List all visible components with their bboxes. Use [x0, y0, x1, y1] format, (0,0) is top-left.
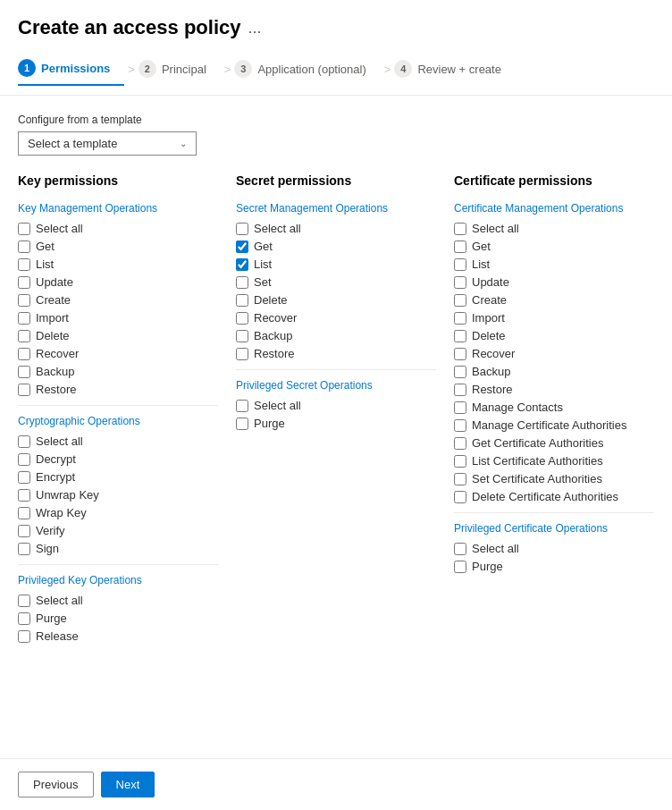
checkbox-item[interactable]: Wrap Key [18, 506, 218, 519]
checkbox-input[interactable] [18, 489, 30, 502]
checkbox-input[interactable] [454, 437, 466, 450]
checkbox-item[interactable]: Get [18, 240, 218, 253]
checkbox-item[interactable]: Select all [18, 594, 218, 607]
checkbox-item[interactable]: Purge [18, 612, 218, 625]
wizard-tab-principal[interactable]: 2Principal [139, 53, 221, 85]
checkbox-item[interactable]: Update [18, 275, 218, 289]
checkbox-item[interactable]: Import [454, 311, 654, 325]
checkbox-input[interactable] [236, 418, 248, 430]
checkbox-item[interactable]: Release [18, 629, 218, 643]
checkbox-input[interactable] [454, 401, 466, 414]
checkbox-input[interactable] [454, 348, 466, 360]
checkbox-input[interactable] [236, 240, 248, 253]
checkbox-item[interactable]: Delete [18, 329, 218, 342]
checkbox-input[interactable] [18, 612, 30, 625]
checkbox-item[interactable]: Backup [18, 365, 218, 378]
checkbox-item[interactable]: Recover [18, 347, 218, 360]
checkbox-input[interactable] [454, 276, 466, 289]
checkbox-input[interactable] [454, 330, 466, 342]
checkbox-input[interactable] [236, 312, 248, 325]
checkbox-item[interactable]: Delete Certificate Authorities [454, 490, 654, 503]
checkbox-input[interactable] [18, 312, 30, 325]
checkbox-item[interactable]: Delete [454, 329, 654, 342]
checkbox-input[interactable] [454, 312, 466, 325]
checkbox-item[interactable]: Restore [18, 383, 218, 396]
checkbox-item[interactable]: Manage Certificate Authorities [454, 418, 654, 432]
next-button[interactable]: Next [101, 772, 155, 797]
checkbox-item[interactable]: Verify [18, 524, 218, 537]
checkbox-input[interactable] [18, 240, 30, 253]
checkbox-item[interactable]: Decrypt [18, 452, 218, 466]
checkbox-item[interactable]: Import [18, 311, 218, 325]
checkbox-item[interactable]: Backup [236, 329, 436, 342]
checkbox-input[interactable] [236, 223, 248, 235]
checkbox-item[interactable]: Get Certificate Authorities [454, 436, 654, 450]
template-dropdown[interactable]: Select a template ⌄ [18, 131, 197, 156]
checkbox-input[interactable] [454, 240, 466, 253]
checkbox-input[interactable] [18, 543, 30, 555]
checkbox-item[interactable]: Purge [236, 417, 436, 430]
checkbox-item[interactable]: Backup [454, 365, 654, 378]
checkbox-item[interactable]: Recover [454, 347, 654, 360]
checkbox-item[interactable]: Select all [454, 542, 654, 555]
checkbox-input[interactable] [454, 258, 466, 271]
checkbox-item[interactable]: Restore [236, 347, 436, 360]
checkbox-input[interactable] [454, 223, 466, 235]
checkbox-input[interactable] [18, 471, 30, 484]
checkbox-input[interactable] [18, 507, 30, 519]
checkbox-input[interactable] [454, 366, 466, 378]
checkbox-input[interactable] [236, 400, 248, 412]
checkbox-input[interactable] [454, 491, 466, 503]
checkbox-item[interactable]: Delete [236, 293, 436, 307]
checkbox-input[interactable] [18, 435, 30, 448]
checkbox-input[interactable] [18, 276, 30, 289]
checkbox-input[interactable] [18, 366, 30, 378]
checkbox-input[interactable] [18, 525, 30, 537]
checkbox-item[interactable]: Sign [18, 542, 218, 555]
checkbox-input[interactable] [18, 223, 30, 235]
checkbox-input[interactable] [18, 348, 30, 360]
checkbox-item[interactable]: Create [454, 293, 654, 307]
checkbox-item[interactable]: Get [236, 240, 436, 253]
checkbox-item[interactable]: Set Certificate Authorities [454, 472, 654, 485]
checkbox-input[interactable] [18, 384, 30, 396]
checkbox-input[interactable] [236, 258, 248, 271]
checkbox-input[interactable] [18, 453, 30, 466]
checkbox-item[interactable]: Select all [236, 399, 436, 412]
checkbox-input[interactable] [236, 276, 248, 289]
checkbox-input[interactable] [454, 384, 466, 396]
checkbox-item[interactable]: Get [454, 240, 654, 253]
checkbox-input[interactable] [18, 330, 30, 342]
checkbox-item[interactable]: List [454, 257, 654, 271]
checkbox-item[interactable]: List [236, 257, 436, 271]
header-ellipsis[interactable]: ... [248, 19, 261, 38]
checkbox-input[interactable] [454, 455, 466, 468]
checkbox-input[interactable] [18, 258, 30, 271]
checkbox-input[interactable] [18, 294, 30, 307]
checkbox-item[interactable]: List Certificate Authorities [454, 454, 654, 468]
checkbox-item[interactable]: Select all [454, 222, 654, 235]
checkbox-item[interactable]: Recover [236, 311, 436, 325]
checkbox-input[interactable] [454, 543, 466, 555]
checkbox-item[interactable]: Select all [18, 222, 218, 235]
checkbox-item[interactable]: Update [454, 275, 654, 289]
wizard-tab-application[interactable]: 3Application (optional) [234, 53, 380, 85]
checkbox-item[interactable]: List [18, 257, 218, 271]
wizard-tab-review[interactable]: 4Review + create [394, 53, 516, 85]
checkbox-input[interactable] [454, 473, 466, 485]
checkbox-item[interactable]: Manage Contacts [454, 401, 654, 414]
checkbox-item[interactable]: Encrypt [18, 470, 218, 484]
checkbox-item[interactable]: Select all [18, 435, 218, 448]
checkbox-input[interactable] [236, 348, 248, 360]
checkbox-item[interactable]: Create [18, 293, 218, 307]
checkbox-input[interactable] [18, 630, 30, 643]
checkbox-item[interactable]: Unwrap Key [18, 488, 218, 502]
checkbox-item[interactable]: Restore [454, 383, 654, 396]
checkbox-item[interactable]: Set [236, 275, 436, 289]
checkbox-input[interactable] [454, 294, 466, 307]
checkbox-item[interactable]: Select all [236, 222, 436, 235]
checkbox-input[interactable] [18, 595, 30, 607]
previous-button[interactable]: Previous [18, 772, 94, 797]
wizard-tab-permissions[interactable]: 1Permissions [18, 52, 124, 86]
checkbox-input[interactable] [454, 419, 466, 432]
